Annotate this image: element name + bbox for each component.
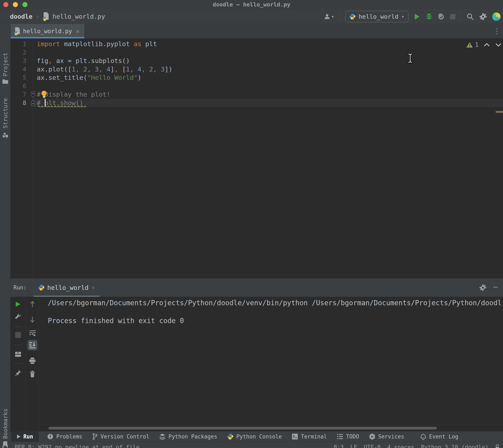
tab-close-icon[interactable]: × (76, 28, 79, 35)
pycharm-window: doodle – hello_world.py doodle › hello_w… (0, 0, 503, 448)
sidebar-item-structure[interactable]: Structure (2, 98, 9, 128)
run-tab-label: hello_world (47, 284, 89, 291)
active-tab-indicator (11, 37, 84, 38)
python-file-icon (14, 27, 21, 35)
tab-hello-world-py[interactable]: hello_world.py × (11, 24, 84, 38)
breadcrumb: doodle › hello_world.py (10, 12, 105, 21)
toolwindow-label: Event Log (429, 433, 458, 440)
warning-triangle-icon (466, 42, 473, 48)
toolwindow-problems-button[interactable]: Problems (46, 431, 84, 442)
run-configuration-select[interactable]: hello_world ▾ (345, 11, 409, 22)
stop-icon[interactable] (15, 332, 21, 338)
print-icon[interactable] (29, 357, 36, 364)
zoom-window-button[interactable] (22, 2, 27, 7)
window-title: doodle – hello_world.py (0, 0, 503, 9)
tool-window-bar: Run Problems Version Control Pytho (0, 431, 503, 442)
prev-occurrence-icon[interactable] (30, 301, 35, 307)
restore-layout-icon[interactable] (15, 351, 21, 357)
run-button[interactable] (414, 13, 420, 20)
horizontal-scrollbar[interactable] (48, 427, 437, 430)
toolwindow-services-button[interactable]: Services (367, 431, 406, 442)
run-toolbar-primary (10, 297, 26, 431)
services-icon (369, 433, 375, 440)
run-toolbar-secondary (26, 297, 39, 431)
minimize-window-button[interactable] (13, 2, 18, 7)
toolwindow-event-log-button[interactable]: Event Log (419, 431, 460, 442)
fold-region-end-icon[interactable] (30, 99, 36, 107)
run-tab-hello-world[interactable]: hello_world × (34, 278, 100, 297)
user-account-button[interactable]: ▾ (324, 14, 334, 20)
rerun-icon[interactable] (15, 301, 21, 307)
toolwindow-version-control-button[interactable]: Version Control (91, 431, 151, 442)
breadcrumb-file[interactable]: hello_world.py (53, 13, 105, 20)
sidebar-item-project[interactable]: Project (2, 53, 9, 76)
bookmark-icon[interactable] (3, 441, 8, 447)
run-settings-gear-icon[interactable] (479, 284, 486, 291)
scroll-to-end-icon[interactable] (29, 342, 36, 349)
fold-region-start-icon[interactable] (30, 91, 36, 98)
problems-icon (47, 433, 53, 440)
inspections-widget[interactable]: 1 (466, 41, 502, 48)
python-logo-icon (38, 285, 45, 291)
lock-icon[interactable] (495, 444, 500, 448)
warning-count: 1 (475, 41, 478, 48)
project-folder-icon[interactable] (2, 79, 8, 84)
status-caret-position[interactable]: 8:3 (333, 444, 344, 448)
settings-gear-icon[interactable] (479, 13, 487, 20)
toolwindow-label: Python Packages (168, 433, 217, 440)
chevron-up-icon[interactable] (484, 43, 490, 47)
sidebar-item-bookmarks[interactable]: Bookmarks (2, 409, 9, 439)
pin-tab-icon[interactable] (15, 369, 21, 376)
terminal-icon (292, 433, 298, 440)
toolwindow-python-console-button[interactable]: Python Console (226, 431, 283, 442)
stop-button[interactable] (450, 14, 456, 19)
search-everywhere-icon[interactable] (466, 13, 474, 20)
status-inspection-message[interactable]: PEP 8: W292 no newline at end of file (15, 444, 139, 448)
tab-label: hello_world.py (23, 28, 72, 35)
toolwindow-todo-button[interactable]: TODO (335, 431, 361, 442)
run-with-coverage-button[interactable] (438, 13, 445, 20)
title-bar: doodle – hello_world.py (0, 0, 503, 9)
code-editor[interactable]: 12345678 import matplotlib.pyplot as plt… (10, 38, 503, 278)
toolwindow-label: Services (378, 433, 404, 440)
structure-icon[interactable] (2, 132, 8, 138)
gutter-numbers[interactable]: 12345678 (10, 38, 33, 278)
status-encoding[interactable]: UTF-8 (364, 444, 381, 448)
status-interpreter[interactable]: Python 3.10 (doodle) (421, 444, 488, 448)
breadcrumb-project[interactable]: doodle (10, 13, 32, 20)
chevron-down-icon[interactable] (495, 43, 502, 47)
toolwindow-terminal-button[interactable]: Terminal (290, 431, 329, 442)
todo-list-icon (337, 434, 343, 439)
toolwindow-python-packages-button[interactable]: Python Packages (158, 431, 219, 442)
python-logo-icon (227, 433, 234, 440)
toolwindow-label: Run (23, 433, 33, 440)
ide-features-trainer-icon[interactable] (492, 13, 501, 21)
python-logo-icon (349, 14, 356, 20)
status-line-separator[interactable]: LF (350, 444, 357, 448)
run-tab-close-icon[interactable]: × (91, 284, 95, 291)
status-indent[interactable]: 4 spaces (387, 444, 414, 448)
debug-button[interactable] (425, 13, 433, 20)
hide-panel-icon[interactable]: — (493, 282, 498, 291)
close-window-button[interactable] (3, 2, 8, 7)
chevron-right-icon: › (35, 12, 39, 21)
toolwindow-label: Terminal (301, 433, 327, 440)
edit-configuration-wrench-icon[interactable] (15, 313, 21, 320)
navigation-bar: doodle › hello_world.py ▾ hello_world ▾ (0, 9, 503, 24)
run-console-output[interactable]: /Users/bgorman/Documents/Projects/Python… (39, 297, 503, 431)
soft-wrap-icon[interactable] (29, 330, 36, 337)
run-configuration-label: hello_world (359, 13, 398, 20)
run-panel-header: Run: hello_world × (10, 278, 503, 297)
python-file-icon (43, 12, 50, 21)
clear-all-trash-icon[interactable] (30, 370, 35, 378)
packages-layers-icon (159, 433, 166, 440)
chevron-down-icon: ▾ (331, 14, 334, 19)
toolwindow-run-button[interactable]: Run (11, 431, 39, 442)
console-command-line: /Users/bgorman/Documents/Projects/Python… (48, 299, 502, 307)
ibeam-mouse-cursor (408, 53, 413, 63)
intention-bulb-icon[interactable] (41, 90, 47, 99)
next-occurrence-icon[interactable] (30, 316, 35, 323)
tab-options-kebab-icon[interactable]: ⋮ (493, 27, 501, 35)
code-lines[interactable]: import matplotlib.pyplot as pltfig, ax =… (33, 38, 503, 278)
warning-stripe-mark[interactable] (496, 111, 503, 113)
